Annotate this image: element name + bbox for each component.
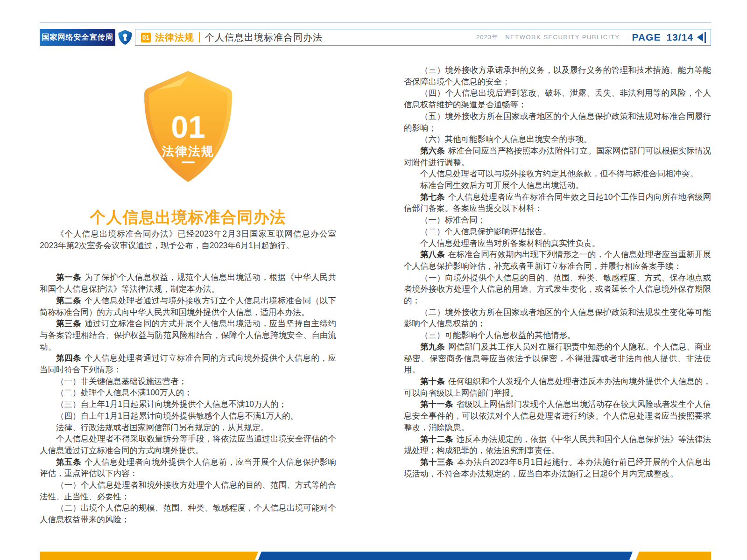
article-paragraph: （二）个人信息保护影响评估报告。 <box>404 226 711 238</box>
article-paragraph: 第八条在标准合同有效期内出现下列情形之一的，个人信息处理者应当重新开展个人信息保… <box>404 249 711 272</box>
badge-number-text: 01 <box>171 110 205 144</box>
brand-banner: 国家网络安全宣传周 <box>40 29 115 46</box>
article-paragraph: （三）自上年1月1日起累计向境外提供个人信息不满10万人的； <box>40 399 336 410</box>
article-paragraph: 第六条标准合同应当严格按照本办法附件订立。国家网信部门可以根据实际情况对附件进行… <box>404 145 711 168</box>
shield-keyhole-icon <box>118 29 132 45</box>
footer-stripe-blue <box>258 552 633 560</box>
left-column: 01 法律法规 个人信息出境标准合同办法 《个人信息出境标准合同办法》已经202… <box>40 55 336 525</box>
article-paragraph: （三）可能影响个人信息权益的其他情形。 <box>404 329 711 341</box>
articles-right: （三）境外接收方承诺承担的义务，以及履行义务的管理和技术措施、能力等能否保障出境… <box>404 64 711 479</box>
article-number: 第八条 <box>420 250 448 259</box>
badge-label-text: 法律法规 <box>162 144 214 158</box>
section-number-badge: 01 <box>141 33 151 42</box>
article-paragraph: 第十一条省级以上网信部门发现个人信息出境活动存在较大风险或者发生个人信息安全事件… <box>404 399 711 433</box>
triangle-left-icon <box>697 33 703 42</box>
brand-label: 国家网络安全宣传周 <box>42 33 113 42</box>
article-paragraph: （一）个人信息处理者和境外接收方处理个人信息的目的、范围、方式等的合法性、正当性… <box>40 479 336 502</box>
article-paragraph: 个人信息处理者不得采取数量拆分等手段，将依法应当通过出境安全评估的个人信息通过订… <box>40 433 336 456</box>
article-paragraph: 第十三条本办法自2023年6月1日起施行。本办法施行前已经开展的个人信息出境活动… <box>404 456 711 479</box>
article-paragraph: 第十二条违反本办法规定的，依据《中华人民共和国个人信息保护法》等法律法规处理；构… <box>404 434 711 456</box>
article-paragraph: 第七条个人信息处理者应当在标准合同生效之日起10个工作日内向所在地省级网信部门备… <box>404 191 711 214</box>
article-number: 第十条 <box>420 377 448 386</box>
section-label: 法律法规 <box>155 31 194 44</box>
article-number: 第六条 <box>420 146 448 155</box>
article-paragraph: （五）境外接收方所在国家或者地区的个人信息保护政策和法规对标准合同履行的影响； <box>404 111 711 133</box>
header-subtitle: 2023年 NETWORK SECURITY PUBLICITY <box>476 33 620 42</box>
article-paragraph: 第四条个人信息处理者通过订立标准合同的方式向境外提供个人信息的，应当同时符合下列… <box>40 352 336 375</box>
right-column: （三）境外接收方承诺承担的义务，以及履行义务的管理和技术措施、能力等能否保障出境… <box>404 64 711 479</box>
article-paragraph: 第一条为了保护个人信息权益，规范个人信息出境活动，根据《中华人民共和国个人信息保… <box>40 272 336 294</box>
article-paragraph: 第十条任何组织和个人发现个人信息处理者违反本办法向境外提供个人信息的，可以向省级… <box>404 376 711 399</box>
article-number: 第四条 <box>56 353 85 363</box>
article-number: 第九条 <box>420 342 448 351</box>
header-section-box: 01 法律法规 个人信息出境标准合同办法 2023年 NETWORK SECUR… <box>135 29 711 46</box>
header-year: 2023年 <box>476 34 498 41</box>
article-paragraph: 个人信息处理者应当对所备案材料的真实性负责。 <box>404 238 711 249</box>
article-paragraph: （二）处理个人信息不满100万人的； <box>40 387 336 399</box>
page-header: 国家网络安全宣传周 01 法律法规 个人信息出境标准合同办法 2023年 <box>40 29 711 46</box>
article-number: 第十三条 <box>420 457 457 467</box>
article-paragraph: （四）个人信息出境后遭到篡改、破坏、泄露、丢失、非法利用等的风险，个人信息权益维… <box>404 87 711 110</box>
article-number: 第五条 <box>56 457 85 467</box>
page-word: PAGE <box>632 32 661 43</box>
article-paragraph: （一）非关键信息基础设施运营者； <box>40 376 336 387</box>
badge-dash <box>182 161 195 163</box>
article-paragraph: （四）自上年1月1日起累计向境外提供敏感个人信息不满1万人的。 <box>40 410 336 422</box>
gold-shield-badge: 01 法律法规 <box>143 70 233 183</box>
article-paragraph: （三）境外接收方承诺承担的义务，以及履行义务的管理和技术措施、能力等能否保障出境… <box>404 64 711 87</box>
article-paragraph: （六）其他可能影响个人信息出境安全的事项。 <box>404 133 711 145</box>
article-number: 第三条 <box>56 319 85 328</box>
intro-paragraph: 《个人信息出境标准合同办法》已经2023年2月3日国家互联网信息办公室2023年… <box>40 228 336 251</box>
header-top-rule <box>40 22 711 23</box>
articles-left: 第一条为了保护个人信息权益，规范个人信息出境活动，根据《中华人民共和国个人信息保… <box>40 272 336 525</box>
article-number: 第十二条 <box>420 434 456 444</box>
article-paragraph: 标准合同生效后方可开展个人信息出境活动。 <box>404 180 711 191</box>
chapter-badge: 01 法律法规 <box>143 70 233 185</box>
article-paragraph: （二）出境个人信息的规模、范围、种类、敏感程度，个人信息出境可能对个人信息权益带… <box>40 502 336 525</box>
article-paragraph: 第二条个人信息处理者通过与境外接收方订立个人信息出境标准合同（以下简称标准合同）… <box>40 295 336 318</box>
footer-stripe-orange-right <box>636 552 711 560</box>
article-number: 第二条 <box>56 296 85 305</box>
article-paragraph: 第三条通过订立标准合同的方式开展个人信息出境活动，应当坚持自主缔约与备案管理相结… <box>40 318 336 352</box>
page-title: 个人信息出境标准合同办法 <box>40 207 336 228</box>
header-subtitle-en: NETWORK SECURITY PUBLICITY <box>505 34 620 41</box>
security-shield-icon <box>115 29 135 46</box>
footer-stripe-orange-left <box>40 552 258 560</box>
article-paragraph: 第五条个人信息处理者向境外提供个人信息前，应当开展个人信息保护影响评估，重点评估… <box>40 456 336 479</box>
page-bar-icon <box>705 32 706 43</box>
page-indicator: PAGE 13/14 <box>632 32 706 43</box>
article-paragraph: （一）向境外提供个人信息的目的、范围、种类、敏感程度、方式、保存地点或者境外接收… <box>404 272 711 307</box>
article-paragraph: 个人信息处理者可以与境外接收方约定其他条款，但不得与标准合同相冲突。 <box>404 168 711 180</box>
article-paragraph: （一）标准合同； <box>404 214 711 226</box>
article-paragraph: （二）境外接收方所在国家或者地区的个人信息保护政策和法规发生变化等可能影响个人信… <box>404 307 711 329</box>
article-number: 第七条 <box>420 192 448 202</box>
page-number: 13/14 <box>666 32 693 43</box>
header-divider <box>199 32 200 42</box>
document-page: 国家网络安全宣传周 01 法律法规 个人信息出境标准合同办法 2023年 <box>0 0 747 560</box>
article-number: 第一条 <box>56 273 85 282</box>
article-number: 第十一条 <box>420 399 456 409</box>
article-paragraph: 法律、行政法规或者国家网信部门另有规定的，从其规定。 <box>40 422 336 434</box>
header-doc-title: 个人信息出境标准合同办法 <box>205 31 323 44</box>
article-paragraph: 第九条网信部门及其工作人员对在履行职责中知悉的个人隐私、个人信息、商业秘密、保密… <box>404 341 711 376</box>
page-nav-icon[interactable] <box>697 32 706 43</box>
